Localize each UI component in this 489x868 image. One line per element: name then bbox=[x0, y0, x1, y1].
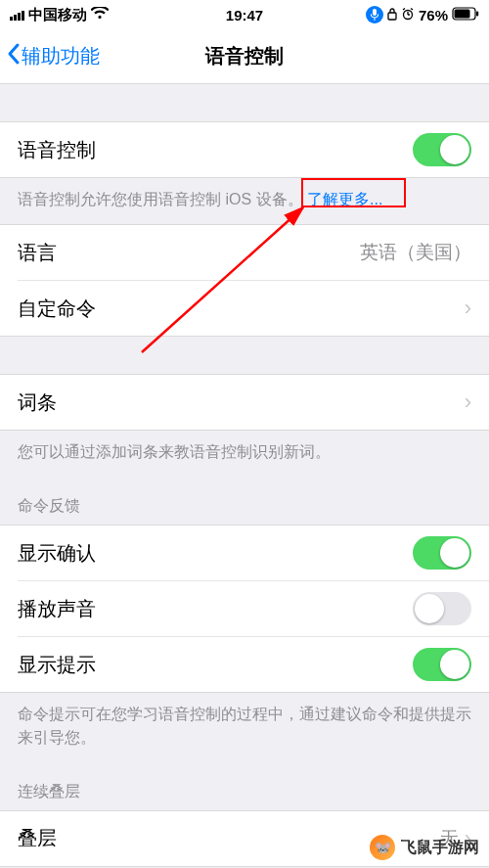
play-sound-label: 播放声音 bbox=[18, 596, 96, 622]
cell-show-hint: 显示提示 bbox=[0, 637, 489, 692]
page-title: 语音控制 bbox=[205, 43, 284, 69]
status-left: 中国移动 bbox=[10, 6, 109, 24]
cell-language[interactable]: 语言 英语（美国） bbox=[0, 225, 489, 280]
language-value: 英语（美国） bbox=[360, 240, 471, 265]
alarm-icon bbox=[401, 7, 415, 23]
watermark-text: 飞鼠手游网 bbox=[401, 838, 479, 858]
show-hint-toggle[interactable] bbox=[413, 648, 471, 681]
back-button[interactable]: 辅助功能 bbox=[0, 42, 100, 70]
status-right: 76% bbox=[366, 6, 479, 23]
group-feedback: 显示确认 播放声音 显示提示 bbox=[0, 525, 489, 693]
annotation-highlight-box bbox=[301, 178, 406, 207]
custom-commands-label: 自定命令 bbox=[18, 296, 96, 322]
nav-bar: 辅助功能 语音控制 bbox=[0, 29, 489, 84]
watermark-icon: 🐭 bbox=[370, 835, 395, 860]
watermark: 🐭 飞鼠手游网 bbox=[370, 835, 479, 860]
chevron-right-icon: › bbox=[465, 296, 471, 321]
language-label: 语言 bbox=[18, 240, 57, 266]
voice-control-footer: 语音控制允许您使用语音控制 iOS 设备。 了解更多... bbox=[0, 178, 489, 224]
cell-play-sound: 播放声音 bbox=[0, 581, 489, 636]
back-label: 辅助功能 bbox=[22, 43, 100, 69]
voice-control-label: 语音控制 bbox=[18, 137, 96, 163]
chevron-left-icon bbox=[6, 42, 22, 70]
group-lang-commands: 语言 英语（美国） 自定命令 › bbox=[0, 224, 489, 337]
svg-line-6 bbox=[403, 8, 405, 10]
show-hint-label: 显示提示 bbox=[18, 652, 96, 678]
group-terms: 词条 › bbox=[0, 374, 489, 431]
feedback-header: 命令反馈 bbox=[0, 477, 489, 525]
lock-icon bbox=[387, 7, 397, 23]
hint-footer: 命令提示可在您学习语音控制的过程中，通过建议命令和提供提示来引导您。 bbox=[0, 693, 489, 761]
cell-custom-commands[interactable]: 自定命令 › bbox=[0, 281, 489, 336]
svg-rect-10 bbox=[476, 11, 478, 16]
cell-terms[interactable]: 词条 › bbox=[0, 375, 489, 430]
voice-control-toggle[interactable] bbox=[413, 133, 471, 166]
play-sound-toggle[interactable] bbox=[413, 592, 471, 625]
terms-label: 词条 bbox=[18, 389, 57, 416]
overlay-header: 连续叠层 bbox=[0, 762, 489, 810]
signal-icon bbox=[10, 9, 24, 21]
battery-pct: 76% bbox=[419, 7, 448, 23]
status-time: 19:47 bbox=[226, 7, 263, 23]
svg-rect-2 bbox=[388, 13, 396, 20]
wifi-icon bbox=[91, 7, 109, 23]
cell-voice-control: 语音控制 bbox=[0, 122, 489, 177]
svg-rect-0 bbox=[373, 9, 377, 16]
cell-show-confirm: 显示确认 bbox=[0, 525, 489, 580]
terms-footer: 您可以通过添加词条来教语音控制识别新词。 bbox=[0, 431, 489, 477]
carrier-label: 中国移动 bbox=[28, 6, 87, 24]
voice-control-footer-text: 语音控制允许您使用语音控制 iOS 设备。 bbox=[18, 191, 303, 207]
battery-icon bbox=[452, 7, 479, 23]
show-confirm-toggle[interactable] bbox=[413, 536, 471, 570]
mic-status-icon bbox=[366, 6, 383, 23]
status-bar: 中国移动 19:47 76% bbox=[0, 0, 489, 29]
svg-line-7 bbox=[411, 8, 413, 10]
group-voice-control: 语音控制 bbox=[0, 121, 489, 178]
overlay-label: 叠层 bbox=[18, 825, 57, 851]
svg-rect-9 bbox=[455, 9, 470, 18]
chevron-right-icon: › bbox=[465, 389, 471, 415]
show-confirm-label: 显示确认 bbox=[18, 540, 96, 567]
